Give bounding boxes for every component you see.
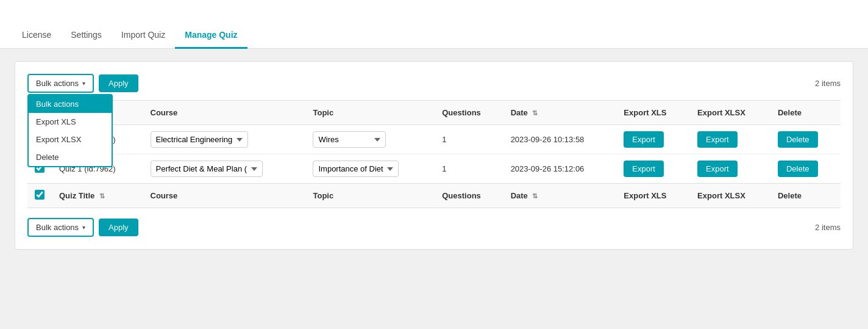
bottom-toolbar: Bulk actions ▾ Apply 2 items — [27, 218, 841, 237]
date-7951: 2023-09-26 10:13:58 — [503, 125, 617, 154]
tfoot-export-xlsx: Export XLSX — [690, 184, 770, 208]
th-course: Course — [143, 101, 306, 125]
bottom-apply-button[interactable]: Apply — [99, 219, 138, 236]
topic-select-cell-7962: Importance of Diet — [305, 154, 435, 184]
content-area: Bulk actions ▾ Bulk actions Export XLS E… — [0, 49, 868, 329]
topic-select-7962[interactable]: Importance of Diet — [313, 161, 399, 177]
th-export-xlsx: Export XLSX — [690, 101, 770, 125]
tfoot-checkbox — [27, 184, 52, 208]
bottom-bulk-actions-button[interactable]: Bulk actions ▾ — [27, 218, 94, 237]
topic-select-7951[interactable]: Wires — [313, 131, 386, 148]
tfoot-select-all-checkbox[interactable] — [35, 190, 44, 200]
tab-settings[interactable]: Settings — [61, 23, 112, 49]
export-xlsx-button-7962[interactable]: Export — [697, 161, 738, 177]
tab-manage-quiz[interactable]: Manage Quiz — [175, 23, 247, 49]
menu-item-bulk-actions[interactable]: Bulk actions — [29, 95, 112, 113]
table-row: Quiz 1 (id:7951)Electrical EngineeringWi… — [27, 125, 841, 154]
top-toolbar-left: Bulk actions ▾ Bulk actions Export XLS E… — [27, 74, 138, 93]
topic-select-cell-7951: Wires — [305, 125, 435, 154]
menu-item-export-xlsx[interactable]: Export XLSX — [29, 131, 112, 148]
table-row: Quiz 1 (id:7962)Perfect Diet & Meal Plan… — [27, 154, 841, 184]
menu-item-export-xls[interactable]: Export XLS — [29, 113, 112, 131]
top-items-count: 2 items — [815, 79, 841, 88]
quiz-table: Quiz Title ⇅ Course Topic Questions Date… — [27, 100, 841, 208]
tfoot-course: Course — [143, 184, 306, 208]
top-toolbar: Bulk actions ▾ Bulk actions Export XLS E… — [27, 74, 841, 93]
delete-button-7962[interactable]: Delete — [778, 161, 818, 177]
bottom-bulk-actions-label: Bulk actions — [36, 223, 79, 232]
course-select-cell-7951: Electrical Engineering — [143, 125, 306, 154]
questions-7951: 1 — [435, 125, 503, 154]
export-xlsx-button-7951[interactable]: Export — [697, 131, 738, 148]
top-chevron-down-icon: ▾ — [82, 80, 85, 87]
bottom-toolbar-left: Bulk actions ▾ Apply — [27, 218, 138, 237]
page-wrapper: License Settings Import Quiz Manage Quiz… — [0, 0, 868, 329]
th-delete: Delete — [770, 101, 841, 125]
nav-bar: License Settings Import Quiz Manage Quiz — [0, 0, 868, 49]
tfoot-questions: Questions — [435, 184, 503, 208]
th-export-xls: Export XLS — [616, 101, 690, 125]
tfoot-delete: Delete — [770, 184, 841, 208]
menu-item-delete[interactable]: Delete — [29, 148, 112, 166]
bottom-items-count: 2 items — [815, 223, 841, 232]
date-7962: 2023-09-26 15:12:06 — [503, 154, 617, 184]
table-footer-row: Quiz Title ⇅ Course Topic Questions Date… — [27, 184, 841, 208]
main-card: Bulk actions ▾ Bulk actions Export XLS E… — [15, 61, 853, 250]
tfoot-date: Date ⇅ — [503, 184, 617, 208]
delete-button-7951[interactable]: Delete — [778, 131, 818, 148]
table-header-row: Quiz Title ⇅ Course Topic Questions Date… — [27, 101, 841, 125]
th-questions: Questions — [435, 101, 503, 125]
tfoot-topic: Topic — [305, 184, 435, 208]
export-xls-button-7962[interactable]: Export — [624, 161, 664, 177]
tfoot-quiz-title-sort-icon: ⇅ — [99, 192, 105, 200]
tfoot-export-xls: Export XLS — [616, 184, 690, 208]
course-select-7951[interactable]: Electrical Engineering — [151, 131, 248, 148]
questions-7962: 1 — [435, 154, 503, 184]
top-bulk-actions-dropdown: Bulk actions ▾ Bulk actions Export XLS E… — [27, 74, 94, 93]
bottom-bulk-actions-dropdown: Bulk actions ▾ — [27, 218, 94, 237]
top-apply-button[interactable]: Apply — [99, 74, 138, 92]
th-date: Date ⇅ — [503, 101, 617, 125]
course-select-cell-7962: Perfect Diet & Meal Plan ( — [143, 154, 306, 184]
tfoot-date-sort-icon: ⇅ — [532, 192, 538, 200]
th-topic: Topic — [305, 101, 435, 125]
export-xls-button-7951[interactable]: Export — [624, 131, 664, 148]
top-bulk-actions-label: Bulk actions — [36, 79, 79, 88]
tfoot-quiz-title: Quiz Title ⇅ — [52, 184, 143, 208]
tab-import-quiz[interactable]: Import Quiz — [112, 23, 175, 49]
tab-license[interactable]: License — [12, 23, 61, 49]
bulk-actions-menu: Bulk actions Export XLS Export XLSX Dele… — [27, 94, 113, 167]
course-select-7962[interactable]: Perfect Diet & Meal Plan ( — [151, 161, 263, 177]
top-bulk-actions-button[interactable]: Bulk actions ▾ — [27, 74, 94, 93]
date-sort-icon: ⇅ — [532, 109, 538, 117]
bottom-chevron-down-icon: ▾ — [82, 224, 85, 231]
